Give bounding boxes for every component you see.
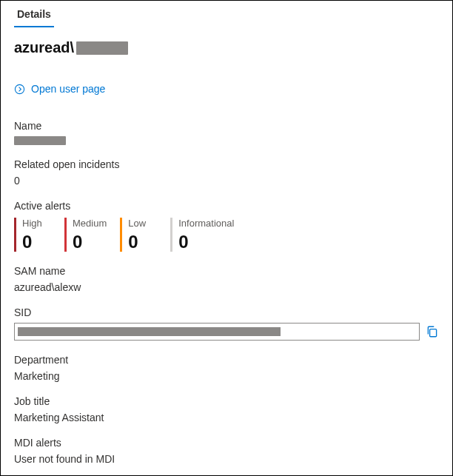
mdi-value: User not found in MDI — [14, 453, 439, 465]
jobtitle-label: Job title — [14, 395, 439, 407]
redacted-username — [76, 41, 128, 55]
alert-low-count: 0 — [128, 232, 157, 252]
sam-label: SAM name — [14, 265, 439, 277]
section-mdi: MDI alerts User not found in MDI — [14, 437, 439, 465]
alert-low: Low 0 — [120, 218, 157, 252]
alert-high: High 0 — [14, 218, 51, 252]
section-related-incidents: Related open incidents 0 — [14, 158, 439, 187]
alert-info-count: 0 — [178, 232, 234, 252]
related-incidents-label: Related open incidents — [14, 158, 439, 170]
svg-point-0 — [15, 84, 24, 93]
sam-value: azuread\alexw — [14, 281, 439, 293]
alert-medium: Medium 0 — [64, 218, 107, 252]
alert-high-label: High — [22, 218, 51, 229]
alert-info-label: Informational — [178, 218, 234, 229]
jobtitle-value: Marketing Assistant — [14, 412, 439, 423]
section-sid: SID — [14, 306, 439, 341]
user-title-prefix: azuread\ — [14, 39, 74, 56]
alert-medium-count: 0 — [73, 232, 107, 252]
section-jobtitle: Job title Marketing Assistant — [14, 395, 439, 423]
sid-label: SID — [14, 306, 439, 318]
open-user-page-link[interactable]: Open user page — [14, 83, 439, 95]
section-sam: SAM name azuread\alexw — [14, 265, 439, 293]
tab-row: Details — [14, 1, 439, 27]
alert-info: Informational 0 — [170, 218, 234, 252]
redacted-sid-value — [18, 327, 281, 336]
department-label: Department — [14, 354, 439, 366]
section-active-alerts: Active alerts High 0 Medium 0 Low 0 Info… — [14, 200, 439, 252]
alert-medium-label: Medium — [73, 218, 107, 229]
user-title: azuread\ — [14, 39, 439, 56]
chevron-circle-icon — [14, 84, 25, 95]
section-department: Department Marketing — [14, 354, 439, 382]
redacted-name-value — [14, 136, 66, 145]
active-alerts-label: Active alerts — [14, 200, 439, 212]
department-value: Marketing — [14, 370, 439, 382]
section-name: Name — [14, 120, 439, 145]
svg-rect-1 — [430, 329, 437, 337]
mdi-label: MDI alerts — [14, 437, 439, 449]
alert-low-label: Low — [128, 218, 157, 229]
open-user-page-text: Open user page — [31, 83, 105, 95]
sid-field[interactable] — [14, 323, 420, 341]
related-incidents-value: 0 — [14, 175, 439, 187]
copy-icon[interactable] — [426, 325, 439, 338]
tab-details[interactable]: Details — [14, 1, 54, 27]
name-label: Name — [14, 120, 439, 132]
alert-high-count: 0 — [22, 232, 51, 252]
